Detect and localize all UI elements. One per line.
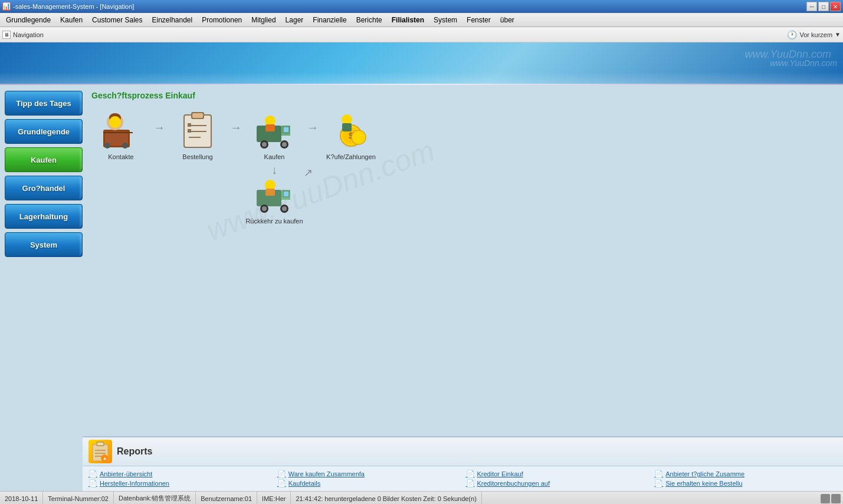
- kaufe-zahlungen-label: K?ufe/Zahlungen: [326, 153, 376, 160]
- toolbar-nav-label: Navigation: [13, 31, 44, 38]
- status-icon-2[interactable]: [831, 494, 841, 503]
- svg-point-37: [262, 206, 267, 211]
- sidebar-btn-system[interactable]: System: [5, 232, 83, 257]
- svg-point-6: [122, 143, 128, 149]
- sidebar: Tipp des Tages Grundlegende Kaufen Gro?h…: [0, 85, 83, 491]
- svg-rect-31: [342, 123, 352, 131]
- report-icon-0: 📄: [88, 470, 97, 478]
- sidebar-btn-tipp[interactable]: Tipp des Tages: [5, 91, 83, 116]
- bestellung-svg: [177, 109, 218, 150]
- arrow-2: →: [230, 121, 242, 134]
- status-ime: IME:Her: [257, 492, 291, 504]
- sidebar-btn-system-label: System: [30, 241, 57, 249]
- report-link-0[interactable]: 📄 Anbieter-übersicht: [88, 470, 271, 478]
- report-icon-5: 📄: [277, 479, 286, 487]
- sidebar-btn-lagerhaltung[interactable]: Lagerhaltung: [5, 204, 83, 229]
- workflow-ruckkehr[interactable]: Rückkehr zu kaufen: [245, 173, 304, 225]
- menu-system[interactable]: System: [429, 13, 462, 27]
- status-terminal: Terminal-Nummer:02: [43, 492, 114, 504]
- report-link-2[interactable]: 📄 Kreditor Einkauf: [466, 470, 649, 478]
- menu-kaufen[interactable]: Kaufen: [55, 13, 87, 27]
- svg-point-21: [262, 142, 267, 147]
- menu-grundlegende[interactable]: Grundlegende: [1, 13, 55, 27]
- sidebar-btn-groshandel[interactable]: Gro?handel: [5, 176, 83, 200]
- main-layout: Tipp des Tages Grundlegende Kaufen Gro?h…: [0, 85, 843, 491]
- workflow-bottom-row: Rückkehr zu kaufen: [91, 173, 834, 225]
- report-icon-1: 📄: [277, 470, 286, 478]
- workflow-kaufen[interactable]: Kaufen: [245, 109, 304, 160]
- menu-bar: Grundlegende Kaufen Customer Sales Einze…: [0, 13, 843, 27]
- title-controls[interactable]: ─ □ ✕: [806, 2, 841, 11]
- report-label-6: Kreditorenbuchungen auf: [477, 480, 550, 487]
- recent-dropdown-icon[interactable]: ▼: [835, 31, 841, 38]
- menu-uber[interactable]: über: [496, 13, 519, 27]
- svg-point-4: [109, 116, 121, 128]
- menu-lager[interactable]: Lager: [281, 13, 309, 27]
- sidebar-btn-kaufen-label: Kaufen: [31, 156, 57, 164]
- menu-filialisten[interactable]: Filialisten: [387, 13, 429, 27]
- report-link-1[interactable]: 📄 Ware kaufen Zusammenfa: [277, 470, 460, 478]
- sidebar-btn-tipp-label: Tipp des Tages: [16, 99, 71, 108]
- menu-einzelhandel[interactable]: Einzelhandel: [147, 13, 197, 27]
- kontakte-label: Kontakte: [108, 153, 133, 160]
- content-area: www.YuuDnn.com Gesch?ftsprozess Einkauf: [83, 85, 843, 491]
- ruckkehr-icon: [254, 173, 295, 215]
- workflow-kaufe-zahlungen[interactable]: $ K?ufe/Zahlungen: [322, 109, 381, 160]
- status-database: Datenbank:销售管理系统: [114, 492, 196, 504]
- sidebar-btn-kaufen[interactable]: Kaufen: [5, 147, 83, 172]
- title-bar: 📊 -sales-Management-System - [Navigation…: [0, 0, 843, 13]
- workflow-bestellung[interactable]: Bestellung: [168, 109, 227, 160]
- reports-links: 📄 Anbieter-übersicht 📄 Ware kaufen Zusam…: [83, 466, 843, 491]
- status-icon-1[interactable]: [821, 494, 830, 503]
- sidebar-btn-grundlegende-label: Grundlegende: [18, 127, 70, 136]
- workflow-kontakte[interactable]: Kontakte: [91, 109, 150, 160]
- menu-berichte[interactable]: Berichte: [352, 13, 387, 27]
- report-link-4[interactable]: 📄 Hersteller-Informationen: [88, 479, 271, 487]
- svg-rect-14: [188, 123, 191, 127]
- reports-title: Reports: [117, 446, 152, 457]
- menu-mitglied[interactable]: Mitglied: [247, 13, 280, 27]
- report-icon-6: 📄: [466, 479, 475, 487]
- status-user: Benutzername:01: [196, 492, 257, 504]
- svg-rect-15: [188, 129, 191, 133]
- report-link-6[interactable]: 📄 Kreditorenbuchungen auf: [466, 479, 649, 487]
- toolbar-recent[interactable]: 🕐 Vor kurzem ▼: [787, 30, 841, 39]
- ruckkehr-svg: [254, 173, 295, 215]
- report-icon-2: 📄: [466, 470, 475, 478]
- status-bar: 2018-10-11 Terminal-Nummer:02 Datenbank:…: [0, 491, 843, 504]
- minimize-button[interactable]: ─: [806, 2, 817, 11]
- report-icon-4: 📄: [88, 479, 97, 487]
- menu-promotionen[interactable]: Promotionen: [197, 13, 247, 27]
- menu-fenster[interactable]: Fenster: [462, 13, 496, 27]
- svg-rect-46: [95, 453, 106, 454]
- report-icon-7: 📄: [654, 479, 663, 487]
- ruckkehr-label: Rückkehr zu kaufen: [245, 218, 303, 225]
- bestellung-label: Bestellung: [182, 153, 212, 160]
- report-link-3[interactable]: 📄 Anbieter t?gliche Zusamme: [654, 470, 837, 478]
- svg-rect-10: [192, 113, 203, 118]
- sidebar-btn-grundlegende[interactable]: Grundlegende: [5, 119, 83, 144]
- report-label-2: Kreditor Einkauf: [477, 470, 523, 477]
- header-wave: [0, 72, 843, 84]
- svg-rect-47: [95, 456, 102, 457]
- report-link-5[interactable]: 📄 Kaufdetails: [277, 479, 460, 487]
- report-link-7[interactable]: 📄 Sie erhalten keine Bestellu: [654, 479, 837, 487]
- svg-point-39: [282, 206, 287, 211]
- banner-watermark: www.YuuDnn.com: [745, 48, 831, 61]
- app-icon: 📊: [2, 2, 11, 11]
- reports-section: ★ Reports 📄 Anbieter-übersicht 📄 Ware ka…: [83, 436, 843, 491]
- svg-text:★: ★: [103, 456, 107, 462]
- report-label-5: Kaufdetails: [288, 480, 320, 487]
- reports-header: ★ Reports: [83, 437, 843, 466]
- report-label-3: Anbieter t?gliche Zusamme: [665, 470, 744, 477]
- nav-icon: 🖥: [2, 31, 11, 39]
- menu-finanzielle[interactable]: Finanzielle: [308, 13, 351, 27]
- svg-rect-44: [97, 443, 103, 445]
- title-bar-left: 📊 -sales-Management-System - [Navigation…: [2, 2, 134, 11]
- menu-customer-sales[interactable]: Customer Sales: [87, 13, 147, 27]
- kaufe-zahlungen-icon: $: [330, 109, 372, 150]
- close-button[interactable]: ✕: [830, 2, 841, 11]
- workflow-container: Kontakte →: [91, 109, 834, 225]
- toolbar: 🖥 Navigation 🕐 Vor kurzem ▼: [0, 27, 843, 42]
- maximize-button[interactable]: □: [818, 2, 829, 11]
